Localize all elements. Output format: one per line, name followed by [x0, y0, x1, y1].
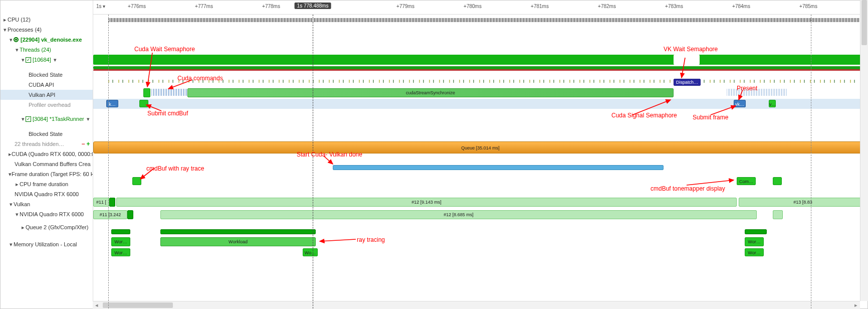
tree-cpu-frame-duration[interactable]: ▸CPU frame duration — [1, 179, 93, 189]
ruler-tick: +783ms — [665, 4, 683, 9]
tree-memory-util[interactable]: ▾Memory Utilization - Local — [1, 239, 93, 249]
scrollbar-thumb[interactable] — [861, 0, 867, 45]
tree-queue[interactable]: ▸Queue 2 (Gfx/Comp/Xfer) — [1, 222, 93, 232]
expand-icon[interactable]: + — [86, 141, 91, 146]
ruler-tick: +777ms — [195, 4, 213, 9]
workload-2[interactable]: Wor… — [111, 248, 130, 256]
workload-main[interactable]: Workload — [160, 237, 316, 246]
vk-bar-2[interactable]: vk… — [734, 100, 746, 107]
anno-submit-frame: Submit frame — [693, 114, 728, 121]
collapse-icon[interactable]: − — [81, 141, 86, 146]
label: Profiler overhead — [29, 102, 71, 108]
label: Wo… — [305, 250, 316, 255]
cuda-stream-sync-bar[interactable]: cudaStreamSynchronize — [187, 88, 674, 97]
cuda-small-bar[interactable] — [143, 88, 150, 97]
label: cudaStreamSynchronize — [406, 90, 455, 95]
label: NVIDIA Quadro RTX 6000 — [15, 191, 79, 197]
tree-hidden-threads[interactable]: 22 threads hidden…−+ — [1, 139, 93, 149]
stack-top-right — [745, 229, 767, 234]
vk-bar-3[interactable]: v… — [769, 100, 776, 107]
ruler-tick: +784ms — [732, 4, 750, 9]
horizontal-scrollbar[interactable]: ◂ ▸ — [93, 301, 860, 309]
tree-frame-duration[interactable]: ▾Frame duration (Target FPS: 60 H — [1, 169, 93, 179]
red-strip — [93, 69, 867, 71]
frame-12a[interactable]: #12 [9.143 ms] — [116, 198, 737, 207]
label: Com… — [739, 179, 753, 184]
label: CUDA API — [29, 82, 54, 88]
workload-1[interactable]: Wor… — [111, 237, 130, 246]
tree-threads[interactable]: ▾Threads (24) — [1, 45, 93, 55]
time-ruler[interactable]: 1s ▾ +776ms+777ms+778ms+779ms+780ms+781m… — [93, 1, 867, 15]
cuda-commands-noise — [151, 89, 187, 96]
label: Memory Utilization - Local — [14, 241, 77, 247]
tree-nvidia-gpu-2[interactable]: ▾NVIDIA Quadro RTX 6000 — [1, 209, 93, 219]
label: Queue 2 (Gfx/Comp/Xfer) — [26, 224, 88, 230]
cursor-line — [313, 15, 313, 308]
label: CPU frame duration — [20, 181, 68, 187]
tree-nvidia-gpu[interactable]: NVIDIA Quadro RTX 6000 — [1, 189, 93, 199]
dispatch-marker[interactable]: Dispatch… — [674, 79, 701, 86]
ruler-scale[interactable]: 1s ▾ — [96, 4, 105, 9]
label: 22 threads hidden… — [15, 141, 64, 147]
tree-blocked-state-2[interactable]: Blocked State — [1, 129, 93, 139]
label: v… — [769, 102, 776, 107]
frame-13a[interactable]: #13 [8.83 — [739, 198, 867, 207]
scroll-left-icon[interactable]: ◂ — [93, 301, 101, 309]
label: Wor… — [114, 239, 127, 244]
checkbox-icon[interactable]: ✓ — [26, 116, 31, 122]
anno-cuda-signal: Cuda Signal Semaphore — [611, 112, 677, 119]
tree-vulkan-api[interactable]: Vulkan API — [1, 90, 93, 100]
frame-12b[interactable]: #12 [8.685 ms] — [160, 210, 757, 219]
label: #13 [8.83 — [793, 200, 812, 205]
anno-submit-cmd: Submit cmdBuf — [147, 110, 188, 117]
range-end-line — [811, 15, 811, 308]
tree-cpu[interactable]: ▸CPU (12) — [1, 15, 93, 25]
vk-cmdbuf-end[interactable] — [773, 177, 782, 185]
vulkan-api-track-bg — [93, 99, 867, 109]
frame-late[interactable] — [773, 210, 783, 219]
thread-gap — [674, 55, 700, 65]
label: Dispatch… — [676, 80, 698, 85]
vk-cmdbuf-com[interactable]: Com… — [737, 177, 756, 185]
label: #12 [8.685 ms] — [444, 212, 474, 217]
label: [10684] — [33, 57, 51, 63]
frame-11a[interactable]: #11 [ — [93, 198, 109, 207]
checkbox-icon[interactable]: ✓ — [26, 57, 31, 63]
ruler-hover-time: 1s 778.488ms — [295, 3, 331, 9]
tree-thread-2[interactable]: ▾✓[3084] *1TaskRunner▾ — [1, 114, 93, 124]
scroll-right-icon[interactable]: ▸ — [852, 301, 860, 309]
workload-r2[interactable]: Wor… — [745, 248, 764, 256]
timeline-panel[interactable]: 1s ▾ +776ms+777ms+778ms+779ms+780ms+781m… — [93, 1, 867, 308]
workload-r1[interactable]: Wor… — [745, 237, 764, 246]
tree-vk-cmdbuf[interactable]: Vulkan Command Buffers Crea — [1, 159, 93, 169]
scrollbar-thumb[interactable] — [103, 302, 173, 308]
frame-11b[interactable]: #11 [3.242 — [93, 210, 127, 219]
vk-submit-bar[interactable] — [139, 100, 148, 107]
vertical-scrollbar[interactable] — [860, 0, 868, 301]
tree-profiler-overhead[interactable]: Profiler overhead — [1, 100, 93, 110]
tree-cuda-device[interactable]: ▸CUDA (Quadro RTX 6000, 0000:0 — [1, 149, 93, 159]
label: vk… — [735, 102, 744, 107]
tree-process-item[interactable]: ▾[22904] vk_denoise.exe — [1, 35, 93, 45]
tree-cuda-api[interactable]: CUDA API — [1, 80, 93, 90]
tree-blocked-state[interactable]: Blocked State — [1, 70, 93, 80]
label: [22904] vk_denoise.exe — [21, 37, 82, 43]
ruler-tick: +781ms — [531, 4, 549, 9]
queue-bar[interactable]: Queue [35.014 ms] — [93, 141, 867, 153]
vk-cmdbuf-bar[interactable] — [132, 177, 141, 185]
tree-vulkan[interactable]: ▾Vulkan — [1, 199, 93, 209]
cuda-noise-right — [727, 89, 787, 96]
label: Wor… — [748, 239, 760, 244]
label: #11 [ — [96, 200, 106, 205]
anno-ray-tracing: ray tracing — [357, 236, 385, 243]
tree-thread-1[interactable]: ▾✓[10684]▾ — [1, 55, 93, 65]
workload-3[interactable]: Wo… — [303, 248, 318, 256]
label: [3084] *1TaskRunner — [33, 116, 84, 122]
ruler-tick: +780ms — [464, 4, 482, 9]
label: Queue [35.014 ms] — [461, 145, 500, 150]
label: Workload — [229, 239, 248, 244]
cuda-device-bar[interactable] — [333, 165, 664, 170]
tree-processes[interactable]: ▾Processes (4) — [1, 25, 93, 35]
label: Vulkan API — [29, 92, 55, 98]
label: Wor… — [748, 250, 760, 255]
